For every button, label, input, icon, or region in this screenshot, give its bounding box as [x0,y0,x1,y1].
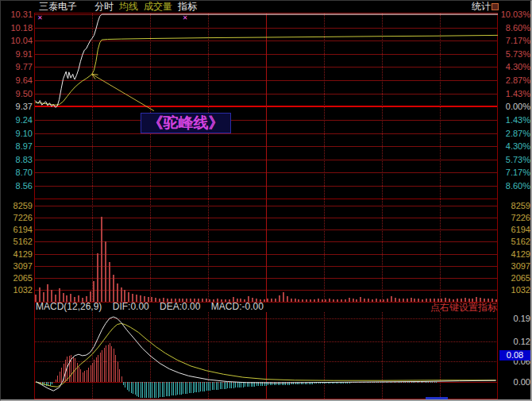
macd-histogram-bar-down [125,382,125,388]
macd-histogram-bar-down [229,382,230,389]
volume-bar [302,299,303,302]
macd-histogram-bar-down [177,382,178,395]
macd-histogram-bar-up [119,369,120,382]
volume-axis-label: 2065 [1,273,33,283]
macd-current-value-tag: 0.08 [499,350,530,361]
macd-histogram-bar-down [129,382,129,391]
volume-bar [314,299,315,302]
macd-histogram-bar-down [148,382,149,399]
macd-histogram-bar-down [202,382,203,391]
volume-bar [426,299,427,302]
macd-histogram-bar-up [118,361,118,381]
volume-bar [403,299,404,302]
macd-histogram-bar-down [146,382,147,399]
macd-histogram-bar-down [169,382,170,396]
macd-histogram-bar-up [91,365,91,382]
percent-axis-label: 4.30% [500,62,530,71]
macd-histogram-bar-down [260,382,261,387]
macd-histogram-bar-up [83,372,83,382]
macd-histogram-bar-down [158,382,159,398]
macd-histogram-bar-up [87,370,87,382]
volume-bar [306,299,307,302]
time-indicator-badge [426,397,448,401]
macd-histogram-bar-up [88,368,89,382]
percent-axis-label: 8.60% [500,23,530,33]
macd-histogram-bar-down [274,382,275,386]
macd-histogram-bar-down [152,382,152,399]
volume-axis-label: 3097 [1,261,33,271]
volume-bar [372,299,373,302]
volume-bar [414,299,415,302]
macd-axis-label: 0.19 [500,314,530,323]
macd-histogram-bar-up [111,346,112,382]
percent-axis-label: 10.03% [500,10,530,19]
menu-item-1[interactable]: 分时 [94,1,114,12]
macd-histogram-bar-down [216,382,217,390]
price-axis-label: 9.77 [1,62,33,71]
price-axis-label: 10.31 [1,10,33,19]
macd-indicator-header[interactable]: MACD(12,26,9) DIF:0.00 DEA:0.00 MACD:-0.… [36,302,272,311]
price-axis-label: 8.83 [1,155,33,164]
menu-item-2[interactable]: 均线 [119,1,138,12]
annotation-camel-hump-label: 《驼峰线》 [141,113,231,133]
volume-bar [345,299,346,302]
macd-histogram-bar-down [256,382,257,387]
volume-bar [349,298,350,302]
volume-bar [283,292,284,302]
volume-bar [121,287,122,302]
macd-histogram-bar-down [453,382,454,383]
macd-histogram-bar-down [254,382,255,387]
macd-histogram-bar-up [80,369,81,381]
macd-histogram-bar-up [57,376,58,381]
volume-axis-label: 4129 [500,249,530,259]
menu-item-3[interactable]: 成交量 [144,1,172,12]
macd-histogram-bar-down [444,382,445,383]
price-axis-label: 9.24 [1,115,33,125]
macd-histogram-bar-down [196,382,197,392]
menu-item-4[interactable]: 指标 [178,1,197,12]
macd-histogram-bar-up [61,368,62,382]
stock-app-window: 统计 三泰电子分时均线成交量指标 《驼峰线》 MACD(12,26,9) DIF… [0,0,532,401]
price-axis-label: 9.10 [1,129,33,138]
macd-histogram-bar-up [94,360,94,381]
volume-axis-label: 7226 [500,213,530,222]
price-axis-label: 8.56 [1,181,33,191]
set-indicator-hint[interactable]: 点右键设置指标 [382,303,497,312]
macd-histogram-bar-up [115,355,116,381]
stats-panel-icon[interactable] [492,3,499,10]
macd-histogram-bar-down [142,382,143,398]
macd-histogram-bar-down [164,382,164,397]
volume-bar [105,241,106,302]
macd-histogram-bar-down [189,382,190,394]
percent-axis-label: 7.17% [500,36,530,45]
volume-axis-label: 5162 [1,237,33,246]
macd-histogram-bar-down [172,382,172,396]
macd-histogram-bar-down [145,382,145,398]
volume-bar [411,298,412,302]
menu-bar: 统计 三泰电子分时均线成交量指标 [1,1,530,12]
volume-bar [51,290,52,302]
macd-histogram-bar-down [262,382,263,386]
volume-axis-label: 8259 [500,201,530,210]
macd-histogram-bar-down [282,382,283,385]
volume-bar [333,299,334,302]
macd-histogram-bar-down [231,382,232,388]
menu-item-stats[interactable]: 统计 [472,1,491,12]
volume-bar [275,299,276,302]
avg-price-line [35,35,498,105]
volume-bar [368,299,369,302]
macd-histogram-bar-down [220,382,221,390]
percent-axis-label: 0.00% [500,102,530,111]
macd-histogram-bar-down [187,382,187,394]
volume-bar [47,284,48,302]
volume-bar [318,299,319,302]
volume-bar [310,299,311,302]
volume-bar [329,299,330,302]
menu-item-0[interactable]: 三泰电子 [39,1,77,12]
macd-histogram-bar-down [162,382,163,398]
volume-bar [97,253,98,303]
volume-bar [322,299,323,302]
macd-dea-value: DEA:0.00 [160,301,200,312]
macd-histogram-bar-up [79,367,79,382]
volume-bar [380,299,381,302]
